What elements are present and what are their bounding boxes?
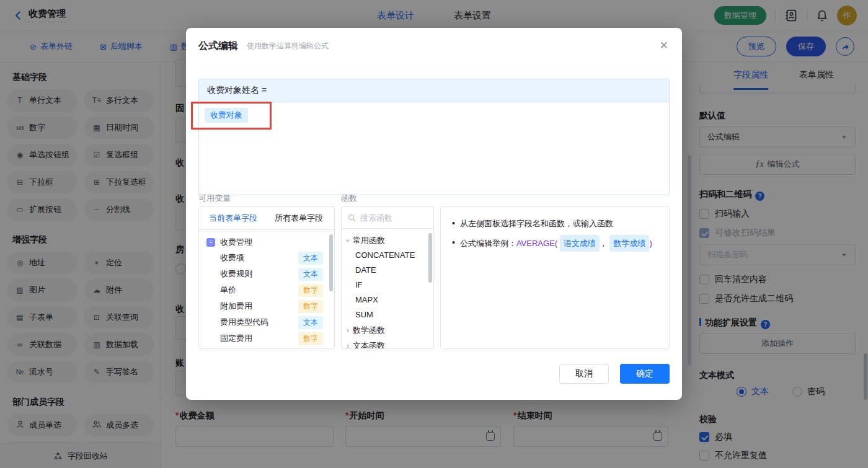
vars-label: 可用变量 [198, 193, 231, 204]
formula-edit-modal: 公式编辑 使用数学运算符编辑公式 ✕ 收费对象姓名 = 收费对象 可用变量 函数… [186, 28, 682, 400]
example-function: AVERAGE( [516, 239, 557, 248]
type-badge: 文本 [298, 252, 323, 265]
func-item-mapx[interactable]: MAPX [342, 293, 433, 307]
modal-subtitle: 使用数学运算符编辑公式 [247, 41, 329, 51]
formula-editor[interactable]: 收费对象姓名 = [198, 79, 670, 195]
functions-scrollbar[interactable] [428, 233, 432, 283]
type-badge: 数字 [298, 332, 323, 345]
type-badge: 数字 [298, 300, 323, 313]
type-badge: 数字 [298, 284, 323, 297]
annotation-rectangle [191, 102, 272, 130]
tab-all-form-fields[interactable]: 所有表单字段 [275, 213, 323, 224]
variable-item[interactable]: 附加费用数字 [206, 298, 328, 314]
tree-root-label: 收费管理 [220, 237, 252, 248]
variable-item[interactable]: 费用类型代码文本 [206, 314, 328, 330]
modal-title: 公式编辑 [198, 40, 238, 53]
tip-line-1: • 从左侧面板选择字段名和函数，或输入函数 [452, 216, 658, 231]
functions-panel: ›常用函数 CONCATENATE DATE IF MAPX SUM ›数学函数… [341, 206, 434, 349]
func-group-math[interactable]: ›数学函数 [342, 322, 433, 338]
close-icon[interactable]: ✕ [660, 40, 668, 51]
bullet: • [452, 235, 455, 250]
example-chip-1: 语文成绩 [560, 235, 600, 252]
variable-item[interactable]: 单价数字 [206, 282, 328, 298]
func-group-common[interactable]: ›常用函数 [342, 232, 433, 248]
chevron-collapsed-icon: › [347, 342, 349, 350]
variable-item[interactable]: 收费项文本 [206, 250, 328, 266]
variable-item[interactable]: 固定费用数字 [206, 330, 328, 347]
form-doc-icon: ≡ [206, 238, 215, 247]
chevron-expanded-icon: › [343, 239, 352, 242]
tips-panel: • 从左侧面板选择字段名和函数，或输入函数 • 公式编辑举例：AVERAGE( … [440, 206, 670, 349]
search-functions-input[interactable] [360, 213, 419, 223]
func-item-date[interactable]: DATE [342, 263, 433, 278]
type-badge: 文本 [298, 316, 323, 329]
tab-current-form-fields[interactable]: 当前表单字段 [209, 213, 257, 224]
bullet: • [452, 216, 455, 231]
variables-panel: 当前表单字段 所有表单字段 ≡ 收费管理 收费项文本 收费规则文本 单价数字 附… [198, 206, 335, 349]
example-comma: ， [600, 239, 608, 248]
formula-target: 收费对象姓名 = [199, 79, 669, 102]
search-icon [348, 214, 356, 222]
app-window: 收费管理 表单设计 表单设置 数据管理 作 ⊘ 表单外链 ⊠ [0, 0, 868, 468]
func-item-if[interactable]: IF [342, 278, 433, 293]
tree-root-form[interactable]: ≡ 收费管理 [206, 234, 328, 250]
funcs-label: 函数 [341, 193, 357, 204]
confirm-button[interactable]: 确定 [620, 364, 670, 384]
cancel-button[interactable]: 取消 [559, 364, 609, 384]
chevron-collapsed-icon: › [347, 326, 349, 335]
func-item-sum[interactable]: SUM [342, 307, 433, 322]
variable-item[interactable]: 收费规则文本 [206, 266, 328, 282]
variables-scrollbar[interactable] [329, 234, 333, 291]
func-group-text[interactable]: ›文本函数 [342, 338, 433, 349]
example-close-paren: ) [649, 239, 652, 248]
example-prefix: 公式编辑举例： [460, 239, 516, 248]
modal-header: 公式编辑 使用数学运算符编辑公式 [186, 28, 682, 64]
type-badge: 文本 [298, 268, 323, 281]
tip-line-2: • 公式编辑举例：AVERAGE( 语文成绩， 数学成绩) [452, 235, 658, 252]
func-item-concatenate[interactable]: CONCATENATE [342, 248, 433, 263]
example-chip-2: 数学成绩 [609, 235, 649, 252]
